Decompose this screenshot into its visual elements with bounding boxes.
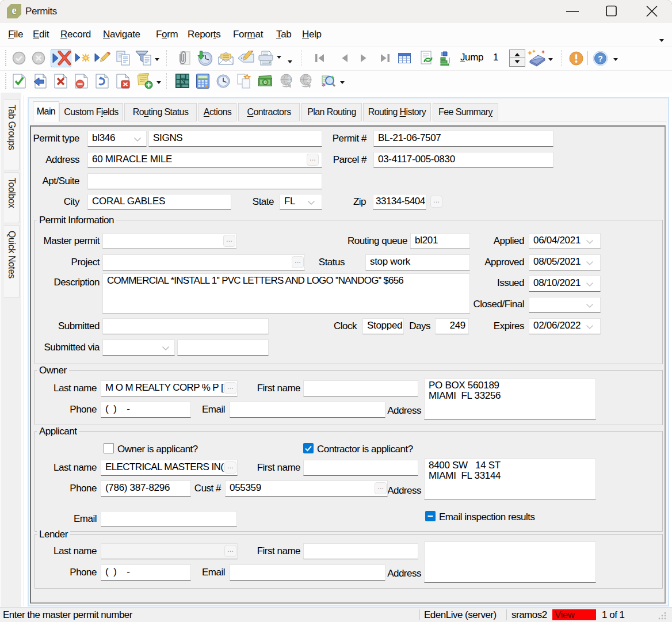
svg-text:0: 0 bbox=[264, 79, 267, 85]
svg-text:2: 2 bbox=[307, 76, 310, 83]
svg-text:1: 1 bbox=[287, 76, 291, 83]
svg-text:?: ? bbox=[598, 54, 603, 63]
